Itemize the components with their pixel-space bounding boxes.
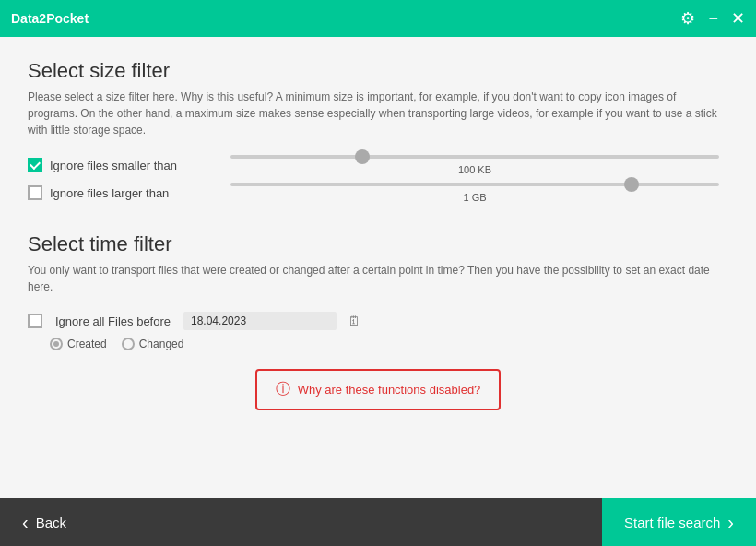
size-filter-title: Select size filter — [28, 59, 728, 83]
changed-radio[interactable] — [122, 338, 135, 350]
max-size-filter-label: Ignore files larger than — [28, 185, 221, 200]
max-size-slider-container: 1 GB — [221, 183, 728, 203]
min-size-slider-thumb[interactable] — [355, 149, 370, 164]
min-size-checkbox[interactable] — [28, 158, 42, 172]
disabled-info-wrapper: ⓘ Why are these functions disabled? — [28, 365, 728, 410]
calendar-icon[interactable]: 🗓 — [348, 314, 360, 328]
minimize-icon[interactable]: − — [708, 10, 718, 27]
created-radio-label[interactable]: Created — [50, 338, 107, 350]
max-size-filter-row: Ignore files larger than 1 GB — [28, 183, 728, 203]
back-button[interactable]: ‹ Back — [0, 498, 89, 546]
time-filter-title: Select time filter — [28, 232, 728, 256]
settings-icon[interactable]: ⚙ — [680, 10, 695, 27]
created-label: Created — [67, 338, 107, 350]
disabled-info-box[interactable]: ⓘ Why are these functions disabled? — [255, 369, 502, 410]
min-size-value: 100 KB — [458, 164, 491, 175]
min-size-filter-row: Ignore files smaller than 100 KB — [28, 155, 728, 175]
time-filter-section: Select time filter You only want to tran… — [28, 232, 728, 410]
changed-label: Changed — [139, 338, 184, 350]
time-filter-label: Ignore all Files before — [55, 315, 171, 328]
bottom-bar: ‹ Back Start file search › — [0, 498, 756, 546]
min-size-slider-track[interactable] — [230, 155, 719, 159]
app-title: Data2Pocket — [11, 11, 89, 26]
back-label: Back — [36, 515, 66, 530]
time-filter-row: Ignore all Files before 🗓 — [28, 312, 728, 330]
date-input[interactable] — [183, 312, 337, 330]
max-size-label-text: Ignore files larger than — [50, 186, 169, 200]
time-filter-checkbox[interactable] — [28, 314, 42, 328]
max-size-value: 1 GB — [463, 192, 486, 203]
start-label: Start file search — [624, 515, 720, 530]
close-icon[interactable]: ✕ — [731, 10, 745, 27]
size-filter-description: Please select a size filter here. Why is… — [28, 89, 728, 138]
size-filter-section: Select size filter Please select a size … — [28, 59, 728, 210]
created-radio[interactable] — [50, 338, 63, 350]
radio-options-row: Created Changed — [50, 338, 728, 350]
disabled-info-text: Why are these functions disabled? — [298, 383, 481, 397]
window-controls: ⚙ − ✕ — [680, 10, 745, 27]
min-size-filter-label: Ignore files smaller than — [28, 158, 221, 172]
start-file-search-button[interactable]: Start file search › — [602, 498, 756, 546]
max-size-slider-track[interactable] — [230, 183, 719, 186]
max-size-checkbox[interactable] — [28, 185, 42, 200]
main-content: Select size filter Please select a size … — [0, 37, 756, 498]
back-icon: ‹ — [22, 512, 29, 533]
title-bar: Data2Pocket ⚙ − ✕ — [0, 0, 756, 37]
max-size-slider-thumb[interactable] — [624, 177, 639, 192]
min-size-slider-container: 100 KB — [221, 155, 728, 175]
start-icon: › — [727, 512, 734, 533]
min-size-label-text: Ignore files smaller than — [50, 159, 177, 172]
changed-radio-label[interactable]: Changed — [122, 338, 184, 350]
info-icon: ⓘ — [276, 380, 290, 399]
time-filter-description: You only want to transport files that we… — [28, 262, 728, 295]
